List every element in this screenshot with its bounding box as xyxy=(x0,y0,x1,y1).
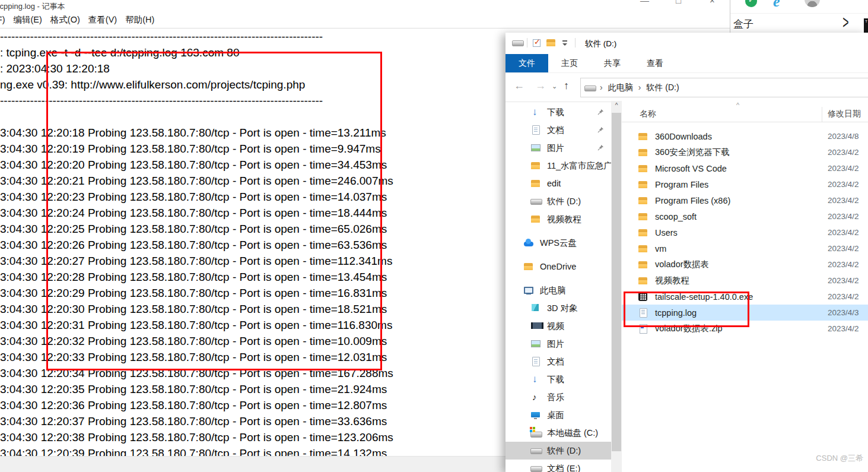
file-row[interactable]: Microsoft VS Code 2023/4/2 xyxy=(622,160,868,176)
sidebar-item-label: 11_水富市应急广 xyxy=(547,160,611,172)
sidebar-item-icon xyxy=(531,375,540,384)
sidebar-item[interactable]: 文档 xyxy=(505,353,611,370)
notepad-menu-item[interactable]: 编辑(E) xyxy=(9,14,46,26)
forward-icon[interactable]: → xyxy=(535,80,546,92)
notepad-menu-item[interactable]: 查看(V) xyxy=(84,14,121,26)
breadcrumb-item[interactable]: 软件 (D:) xyxy=(633,83,679,93)
sidebar-item[interactable]: 3D 对象 xyxy=(505,299,611,317)
breadcrumb-item[interactable]: 此电脑 xyxy=(594,83,633,93)
drive-icon xyxy=(585,83,594,93)
breadcrumb: 此电脑软件 (D:) xyxy=(594,83,679,93)
sidebar-item-icon xyxy=(531,303,540,313)
file-date: 2023/4/2 xyxy=(828,212,859,221)
file-row[interactable]: vm 2023/4/2 xyxy=(622,240,868,256)
properties-checkbox-icon[interactable] xyxy=(532,38,542,47)
file-row[interactable]: volador数据表 2023/4/2 xyxy=(622,256,868,273)
internet-explorer-icon[interactable]: e xyxy=(773,0,780,11)
column-separator[interactable] xyxy=(822,107,822,122)
customize-toolbar-icon[interactable] xyxy=(561,38,570,47)
file-icon xyxy=(638,180,648,189)
file-name: volador数据表 xyxy=(655,259,709,270)
file-row[interactable]: scoop_soft 2023/4/2 xyxy=(622,208,868,224)
file-icon xyxy=(638,244,648,254)
explorer-titlebar[interactable]: 软件 (D:) xyxy=(505,33,868,54)
ribbon-tab[interactable]: 文件 xyxy=(505,54,548,72)
file-row[interactable]: Program Files 2023/4/2 xyxy=(622,176,868,192)
sidebar-item[interactable]: 本地磁盘 (C:) xyxy=(505,424,611,442)
explorer-body: 下载 文档 图片 xyxy=(505,101,868,472)
background-browser-window: e 盒子 > T xyxy=(730,0,868,33)
sidebar-item-label: 桌面 xyxy=(547,410,564,421)
green-check-badge-icon[interactable] xyxy=(745,0,757,7)
file-icon xyxy=(638,228,648,237)
sidebar-item[interactable]: 软件 (D:) xyxy=(505,442,611,460)
sidebar-item-icon xyxy=(531,464,540,472)
sidebar-item[interactable]: 桌面 xyxy=(505,406,611,424)
sidebar-item-label: 音乐 xyxy=(547,392,564,403)
ribbon-tab[interactable]: 查看 xyxy=(634,54,676,72)
ribbon-tab[interactable]: 共享 xyxy=(591,54,634,72)
file-row[interactable]: 360安全浏览器下载 2023/4/2 xyxy=(622,144,868,160)
file-name: scoop_soft xyxy=(655,212,697,221)
notepad-window-button[interactable]: — xyxy=(628,0,662,5)
file-name: 视频教程 xyxy=(655,275,689,286)
address-bar: ← → ⌄ ↑ 此电脑软件 (D:) xyxy=(505,73,868,102)
up-icon[interactable]: ↑ xyxy=(564,80,569,92)
notepad-window-buttons: —□× xyxy=(628,0,730,5)
file-name: Program Files xyxy=(655,180,708,189)
notepad-menu-item[interactable]: 帮助(H) xyxy=(121,14,158,26)
sidebar-item-label: 图片 xyxy=(547,142,564,154)
sidebar-item-icon xyxy=(531,161,540,170)
file-icon xyxy=(638,164,648,173)
sidebar-item[interactable]: 文档 (E:) xyxy=(505,460,611,472)
file-name: Microsoft VS Code xyxy=(655,164,727,173)
sidebar-item[interactable]: 音乐 xyxy=(505,388,611,406)
notepad-menu-item[interactable]: 文件(F) xyxy=(0,14,9,26)
ribbon-tab[interactable]: 主页 xyxy=(548,54,591,72)
sidebar-item[interactable]: 软件 (D:) xyxy=(505,192,611,210)
column-header-date[interactable]: 修改日期 xyxy=(828,109,861,119)
recent-locations-icon[interactable]: ⌄ xyxy=(552,83,557,90)
file-date: 2023/4/2 xyxy=(828,324,859,333)
file-row[interactable]: Program Files (x86) 2023/4/2 xyxy=(622,192,868,208)
file-row[interactable]: Users 2023/4/2 xyxy=(622,224,868,240)
sidebar-item[interactable]: 文档 xyxy=(505,121,611,139)
address-box[interactable]: 此电脑软件 (D:) xyxy=(580,78,868,97)
file-row[interactable]: 360Downloads 2023/4/8 xyxy=(622,128,868,144)
chevron-right-icon[interactable]: > xyxy=(842,11,848,34)
sidebar-item-label: 此电脑 xyxy=(540,285,566,296)
back-icon[interactable]: ← xyxy=(514,80,524,92)
sidebar-item[interactable]: edit xyxy=(505,175,611,192)
sidebar-item-icon xyxy=(531,428,540,438)
file-name: Program Files (x86) xyxy=(655,196,730,205)
column-header-row: ^ 名称 修改日期 xyxy=(622,106,868,122)
notepad-window-button[interactable]: □ xyxy=(662,0,695,5)
notepad-menu-item[interactable]: 格式(O) xyxy=(46,14,84,26)
explorer-window-title: 软件 (D:) xyxy=(585,39,616,49)
sidebar-item[interactable]: 视频教程 xyxy=(505,210,611,228)
sidebar-item[interactable]: 图片 xyxy=(505,335,611,353)
sidebar-scrollbar[interactable]: ^ xyxy=(611,101,622,472)
sidebar-item[interactable]: WPS云盘 xyxy=(505,234,611,252)
new-folder-icon[interactable] xyxy=(546,38,556,47)
sidebar-item-label: 下载 xyxy=(547,374,564,385)
pin-icon xyxy=(597,107,604,117)
sidebar-item-icon xyxy=(531,143,540,153)
sidebar-item[interactable]: 下载 xyxy=(505,370,611,388)
notepad-titlebar[interactable]: tcpping.log - 记事本 —□× xyxy=(0,0,730,12)
sidebar-item[interactable]: 图片 xyxy=(505,139,611,157)
sidebar-item[interactable]: OneDrive xyxy=(505,258,611,275)
scrollbar-thumb[interactable] xyxy=(612,113,621,451)
scroll-up-arrow-icon[interactable]: ^ xyxy=(611,102,622,109)
sidebar-item[interactable]: 下载 xyxy=(505,103,611,121)
sidebar-item-label: 文档 xyxy=(547,356,564,368)
notepad-window-button[interactable]: × xyxy=(695,0,729,5)
sidebar-item[interactable]: 此电脑 xyxy=(505,281,611,299)
sidebar-item[interactable]: 11_水富市应急广 xyxy=(505,157,611,175)
file-row[interactable]: 视频教程 2023/4/2 xyxy=(622,273,868,289)
sidebar-item-icon xyxy=(524,238,533,248)
column-header-name[interactable]: 名称 xyxy=(640,109,656,119)
avatar-icon[interactable] xyxy=(805,0,820,7)
ribbon-tabs: 文件主页共享查看 xyxy=(505,54,868,73)
sidebar-item[interactable]: 视频 xyxy=(505,317,611,335)
